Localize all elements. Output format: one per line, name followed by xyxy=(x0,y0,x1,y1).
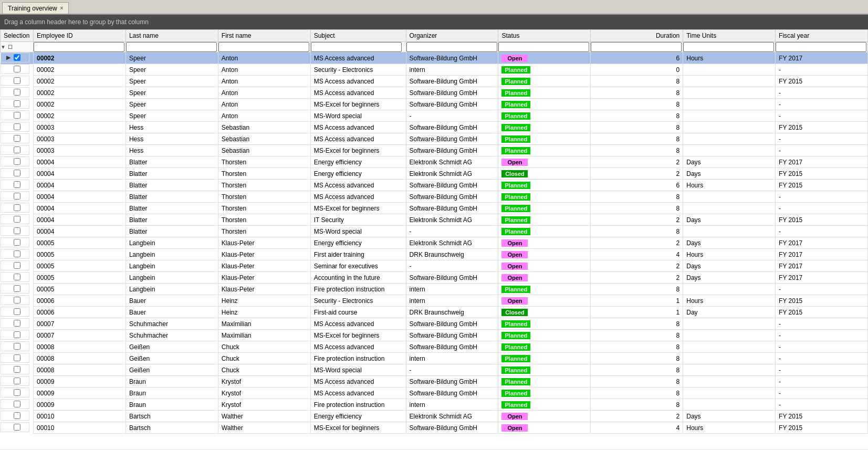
col-header-duration[interactable]: Duration xyxy=(591,30,683,42)
row-checkbox[interactable] xyxy=(14,250,20,257)
col-header-selection[interactable]: Selection xyxy=(1,30,34,42)
filter-icon[interactable]: ▼ xyxy=(1,44,6,50)
table-row[interactable]: 00009 Braun Krystof Fire protection inst… xyxy=(1,399,868,411)
table-row[interactable]: 00004 Blatter Thorsten MS-Word special -… xyxy=(1,226,868,237)
table-row[interactable]: 00008 Geißen Chuck MS-Word special - Pla… xyxy=(1,364,868,376)
row-checkbox[interactable] xyxy=(14,366,20,373)
table-row[interactable]: 00004 Blatter Thorsten Energy efficiency… xyxy=(1,168,868,180)
row-checkbox[interactable] xyxy=(14,170,20,176)
row-checkbox[interactable] xyxy=(14,112,20,119)
col-header-status[interactable]: Status xyxy=(498,30,591,42)
table-row[interactable]: 00004 Blatter Thorsten MS Access advance… xyxy=(1,180,868,191)
table-row[interactable]: 00005 Langbein Klaus-Peter Fire protecti… xyxy=(1,284,868,295)
table-row[interactable]: 00002 Speer Anton MS-Excel for beginners… xyxy=(1,99,868,110)
cell-lastname: Langbein xyxy=(126,249,218,260)
row-checkbox[interactable] xyxy=(14,204,20,211)
cell-timeunits: Days xyxy=(683,156,776,168)
filter-empid-input[interactable] xyxy=(34,42,124,52)
row-checkbox[interactable] xyxy=(14,308,20,315)
row-checkbox[interactable] xyxy=(14,135,20,142)
row-checkbox[interactable] xyxy=(14,227,20,234)
row-checkbox[interactable] xyxy=(14,89,20,96)
filter-status-input[interactable] xyxy=(498,42,589,52)
filter-organizer-input[interactable] xyxy=(406,42,497,52)
col-header-firstname[interactable]: First name xyxy=(218,30,310,42)
table-row[interactable]: 00005 Langbein Klaus-Peter Energy effici… xyxy=(1,237,868,249)
row-checkbox[interactable] xyxy=(14,285,20,292)
table-row[interactable]: 00002 Speer Anton Security - Electronics… xyxy=(1,64,868,76)
cell-firstname: Heinz xyxy=(218,295,310,307)
table-row[interactable]: 00004 Blatter Thorsten MS-Excel for begi… xyxy=(1,203,868,214)
cell-status: Planned xyxy=(498,99,591,110)
table-row[interactable]: 00005 Langbein Klaus-Peter Seminar for e… xyxy=(1,260,868,272)
table-row[interactable]: 00002 Speer Anton MS Access advanced Sof… xyxy=(1,76,868,87)
table-row[interactable]: 00007 Schuhmacher Maximilian MS Access a… xyxy=(1,318,868,330)
table-row[interactable]: 00003 Hess Sebastian MS Access advanced … xyxy=(1,133,868,145)
table-row[interactable]: 00006 Bauer Heinz First-aid course DRK B… xyxy=(1,307,868,318)
row-checkbox[interactable] xyxy=(14,146,20,153)
tab-training-overview[interactable]: Training overview × xyxy=(2,2,69,14)
cell-duration: 8 xyxy=(591,388,683,399)
table-row[interactable]: 00005 Langbein Klaus-Peter First aider t… xyxy=(1,249,868,260)
row-checkbox[interactable] xyxy=(14,389,20,396)
table-row[interactable]: ▶ 00002 Speer Anton MS Access advanced S… xyxy=(1,53,868,64)
select-all-checkbox-icon[interactable]: ☐ xyxy=(8,44,13,50)
row-checkbox[interactable] xyxy=(14,216,20,223)
row-checkbox[interactable] xyxy=(14,401,20,407)
row-checkbox[interactable] xyxy=(14,354,20,361)
table-row[interactable]: 00006 Bauer Heinz Security - Electronics… xyxy=(1,295,868,307)
row-checkbox[interactable] xyxy=(14,343,20,350)
col-header-subject[interactable]: Subject xyxy=(310,30,406,42)
row-checkbox[interactable] xyxy=(14,158,20,165)
cell-firstname: Klaus-Peter xyxy=(218,249,310,260)
table-row[interactable]: 00002 Speer Anton MS-Word special - Plan… xyxy=(1,110,868,122)
cell-duration: 8 xyxy=(591,330,683,341)
table-row[interactable]: 00003 Hess Sebastian MS Access advanced … xyxy=(1,122,868,133)
row-checkbox[interactable] xyxy=(14,320,20,327)
table-row[interactable]: 00002 Speer Anton MS Access advanced Sof… xyxy=(1,87,868,99)
table-row[interactable]: 00004 Blatter Thorsten Energy efficiency… xyxy=(1,156,868,168)
row-checkbox[interactable] xyxy=(14,181,20,188)
cell-lastname: Langbein xyxy=(126,284,218,295)
table-row[interactable]: 00004 Blatter Thorsten IT Security Elekt… xyxy=(1,214,868,226)
row-checkbox[interactable] xyxy=(14,239,20,246)
table-row[interactable]: 00010 Bartsch Walther MS-Excel for begin… xyxy=(1,422,868,434)
row-checkbox[interactable] xyxy=(14,297,20,304)
row-checkbox[interactable] xyxy=(14,66,20,72)
table-row[interactable]: 00008 Geißen Chuck MS Access advanced So… xyxy=(1,341,868,353)
col-header-fiscal[interactable]: Fiscal year xyxy=(776,30,868,42)
row-checkbox[interactable] xyxy=(14,424,20,431)
filter-lastname-input[interactable] xyxy=(126,42,217,52)
col-header-empid[interactable]: Employee ID xyxy=(34,30,126,42)
row-checkbox[interactable] xyxy=(14,77,20,84)
filter-timeunits-input[interactable] xyxy=(683,42,774,52)
col-header-timeunits[interactable]: Time Units xyxy=(683,30,776,42)
filter-duration-input[interactable] xyxy=(591,42,682,52)
filter-subject-input[interactable] xyxy=(311,42,402,52)
filter-fiscal-input[interactable] xyxy=(776,42,866,52)
row-checkbox[interactable] xyxy=(14,412,20,419)
table-row[interactable]: 00010 Bartsch Walther Energy efficiency … xyxy=(1,411,868,422)
row-checkbox[interactable] xyxy=(14,274,20,280)
cell-timeunits: Days xyxy=(683,272,776,284)
row-checkbox[interactable] xyxy=(14,331,20,338)
filter-empid xyxy=(34,42,126,53)
table-row[interactable]: 00008 Geißen Chuck Fire protection instr… xyxy=(1,353,868,364)
table-row[interactable]: 00007 Schuhmacher Maximilian MS-Excel fo… xyxy=(1,330,868,341)
table-row[interactable]: 00009 Braun Krystof MS Access advanced S… xyxy=(1,388,868,399)
row-checkbox[interactable] xyxy=(14,193,20,200)
table-row[interactable]: 00004 Blatter Thorsten MS Access advance… xyxy=(1,191,868,203)
table-row[interactable]: 00003 Hess Sebastian MS-Excel for beginn… xyxy=(1,145,868,156)
row-checkbox[interactable] xyxy=(14,262,20,269)
col-header-lastname[interactable]: Last name xyxy=(126,30,218,42)
table-row[interactable]: 00005 Langbein Klaus-Peter Accounting in… xyxy=(1,272,868,284)
col-header-organizer[interactable]: Organizer xyxy=(406,30,498,42)
row-checkbox[interactable] xyxy=(14,100,20,107)
table-container[interactable]: Selection Employee ID Last name First na… xyxy=(0,29,868,449)
filter-firstname-input[interactable] xyxy=(218,42,309,52)
row-checkbox[interactable] xyxy=(14,123,20,130)
tab-close-button[interactable]: × xyxy=(60,5,64,11)
table-row[interactable]: 00009 Braun Krystof MS Access advanced S… xyxy=(1,376,868,388)
row-checkbox[interactable] xyxy=(14,54,20,61)
row-checkbox[interactable] xyxy=(14,378,20,384)
